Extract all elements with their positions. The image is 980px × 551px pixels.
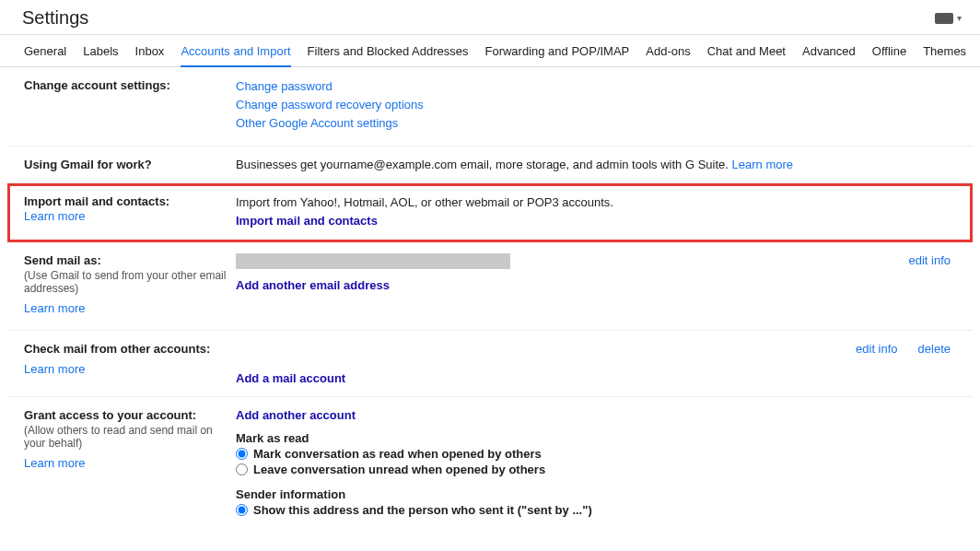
import-mail-action[interactable]: Import mail and contacts (236, 214, 378, 228)
show-sender-radio[interactable] (236, 504, 248, 516)
mark-read-label[interactable]: Mark conversation as read when opened by… (253, 447, 542, 461)
check-mail-edit-info[interactable]: edit info (856, 342, 898, 356)
import-mail-text: Import from Yahoo!, Hotmail, AOL, or oth… (236, 194, 956, 211)
tab-inbox[interactable]: Inbox (135, 44, 165, 66)
mark-as-read-title: Mark as read (236, 431, 956, 445)
settings-tabs: General Labels Inbox Accounts and Import… (0, 35, 980, 67)
grant-access-sub: (Allow others to read and send mail on y… (24, 424, 236, 450)
chevron-down-icon: ▾ (957, 13, 962, 23)
change-recovery-link[interactable]: Change password recovery options (236, 98, 424, 111)
add-mail-account-link[interactable]: Add a mail account (236, 371, 345, 385)
gmail-work-title: Using Gmail for work? (24, 158, 236, 171)
send-mail-address-redacted (236, 253, 510, 269)
settings-header: Settings ▾ (0, 0, 980, 35)
tab-filters[interactable]: Filters and Blocked Addresses (308, 44, 469, 66)
keyboard-icon (935, 13, 953, 24)
section-grant-access: Grant access to your account: (Allow oth… (7, 397, 973, 530)
section-check-mail: Check mail from other accounts: Learn mo… (7, 331, 973, 397)
tab-advanced[interactable]: Advanced (802, 44, 856, 66)
leave-unread-radio[interactable] (236, 463, 248, 475)
add-another-account-link[interactable]: Add another account (236, 408, 356, 422)
section-import-mail: Import mail and contacts: Learn more Imp… (7, 183, 973, 242)
tab-labels[interactable]: Labels (83, 44, 118, 66)
section-send-mail-as: Send mail as: (Use Gmail to send from yo… (7, 242, 973, 331)
send-mail-learn-more[interactable]: Learn more (24, 301, 85, 315)
check-mail-title: Check mail from other accounts: (24, 342, 236, 356)
change-account-title: Change account settings: (24, 78, 236, 92)
gmail-work-text: Businesses get yourname@example.com emai… (236, 158, 732, 171)
grant-access-learn-more[interactable]: Learn more (24, 456, 85, 470)
page-title: Settings (22, 7, 88, 29)
tab-themes[interactable]: Themes (923, 44, 966, 66)
gmail-work-learn-more[interactable]: Learn more (732, 158, 793, 171)
section-gmail-work: Using Gmail for work? Businesses get you… (7, 147, 973, 183)
leave-unread-label[interactable]: Leave conversation unread when opened by… (253, 463, 545, 476)
send-mail-edit-info[interactable]: edit info (908, 253, 951, 267)
tab-forwarding[interactable]: Forwarding and POP/IMAP (484, 44, 629, 66)
import-mail-title: Import mail and contacts: (24, 194, 236, 208)
other-account-settings-link[interactable]: Other Google Account settings (236, 116, 398, 130)
section-change-account: Change account settings: Change password… (7, 67, 973, 147)
input-tools[interactable]: ▾ (935, 13, 962, 24)
sender-info-title: Sender information (236, 487, 956, 501)
mark-read-radio[interactable] (236, 448, 248, 460)
check-mail-delete[interactable]: delete (918, 342, 951, 356)
send-mail-sub: (Use Gmail to send from your other email… (24, 269, 236, 295)
tab-accounts-import[interactable]: Accounts and Import (181, 44, 290, 67)
import-mail-learn-more[interactable]: Learn more (24, 209, 85, 223)
tab-offline[interactable]: Offline (872, 44, 906, 66)
tab-general[interactable]: General (24, 44, 66, 66)
send-mail-title: Send mail as: (24, 253, 236, 267)
grant-access-title: Grant access to your account: (24, 408, 236, 422)
add-email-address-link[interactable]: Add another email address (236, 278, 390, 292)
tab-chat-meet[interactable]: Chat and Meet (707, 44, 786, 66)
change-password-link[interactable]: Change password (236, 79, 332, 93)
check-mail-learn-more[interactable]: Learn more (24, 362, 85, 376)
show-sender-label[interactable]: Show this address and the person who sen… (253, 503, 592, 517)
settings-content: Change account settings: Change password… (0, 67, 980, 530)
tab-addons[interactable]: Add-ons (646, 44, 690, 66)
